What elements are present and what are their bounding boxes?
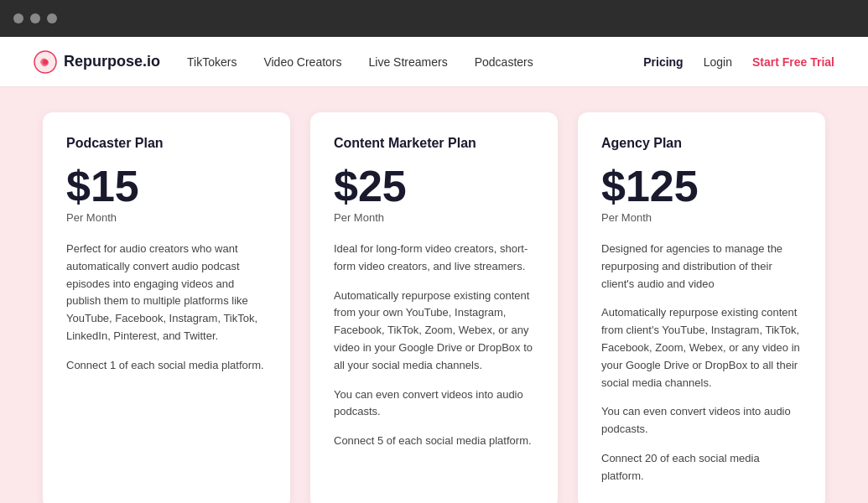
plan-name-1: Content Marketer Plan (334, 136, 534, 151)
plan-card-2: Agency Plan$125Per MonthDesigned for age… (578, 112, 825, 503)
plan-desc-1-2: You can even convert videos into audio p… (334, 386, 534, 422)
plan-period-0: Per Month (66, 211, 267, 224)
plan-desc-0-0: Perfect for audio creators who want auto… (66, 241, 267, 345)
nav-podcasters[interactable]: Podcasters (475, 55, 533, 69)
plan-desc-2-3: Connect 20 of each social media platform… (601, 450, 802, 485)
navbar: Repurpose.io TikTokers Video Creators Li… (0, 37, 868, 87)
browser-dot-yellow (30, 13, 40, 23)
nav-live-streamers[interactable]: Live Streamers (369, 55, 448, 69)
plan-name-0: Podcaster Plan (66, 136, 267, 151)
plan-desc-2-0: Designed for agencies to manage the repu… (601, 241, 802, 293)
plan-price-0: $15 (66, 164, 267, 208)
plan-desc-2-1: Automatically repurpose existing content… (601, 304, 802, 392)
nav-right: Pricing Login Start Free Trial (643, 55, 834, 69)
browser-chrome (0, 0, 868, 37)
plan-name-2: Agency Plan (601, 136, 802, 151)
nav-start-free-trial[interactable]: Start Free Trial (752, 55, 834, 69)
plan-period-2: Per Month (601, 211, 802, 224)
page-wrapper: Repurpose.io TikTokers Video Creators Li… (0, 37, 868, 503)
plan-card-1: Content Marketer Plan$25Per MonthIdeal f… (310, 112, 558, 503)
nav-video-creators[interactable]: Video Creators (263, 55, 341, 69)
logo-text: Repurpose.io (64, 53, 160, 70)
nav-login[interactable]: Login (704, 55, 732, 69)
svg-point-1 (43, 60, 48, 65)
logo-icon (34, 50, 57, 74)
plan-desc-1-3: Connect 5 of each social media platform. (334, 433, 534, 450)
plan-price-1: $25 (334, 164, 534, 208)
nav-links: TikTokers Video Creators Live Streamers … (187, 55, 643, 69)
browser-dot-green (47, 13, 57, 23)
plan-desc-2-2: You can even convert videos into audio p… (601, 403, 802, 438)
plan-desc-0-1: Connect 1 of each social media platform. (66, 357, 267, 375)
logo[interactable]: Repurpose.io (34, 50, 160, 74)
plan-desc-1-0: Ideal for long-form video creators, shor… (334, 241, 534, 276)
plan-desc-1-1: Automatically repurpose existing content… (334, 288, 534, 375)
plan-card-0: Podcaster Plan$15Per MonthPerfect for au… (43, 112, 290, 503)
nav-tiktokers[interactable]: TikTokers (187, 55, 236, 69)
pricing-section: Podcaster Plan$15Per MonthPerfect for au… (0, 87, 868, 503)
browser-dot-red (13, 13, 23, 23)
nav-pricing[interactable]: Pricing (643, 55, 683, 69)
plan-period-1: Per Month (334, 211, 534, 224)
plan-price-2: $125 (601, 164, 802, 208)
